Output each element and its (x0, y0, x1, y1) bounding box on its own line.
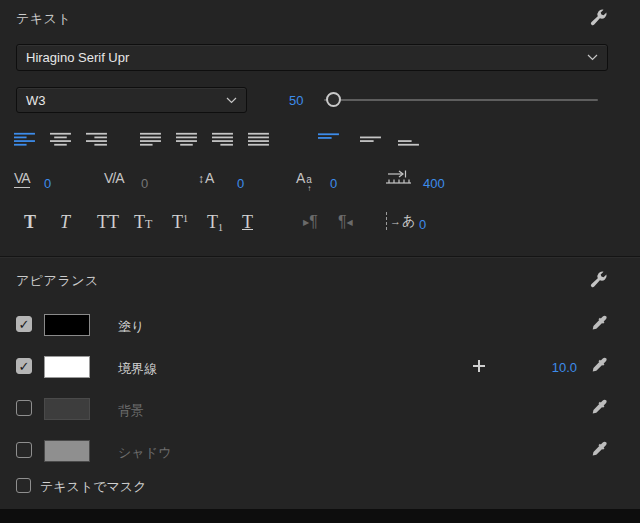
paragraph-rtl-icon: ¶◀ (338, 213, 353, 231)
fill-color-swatch[interactable] (44, 314, 90, 336)
leading-button[interactable]: ↕A (198, 170, 214, 186)
tracking-icon: V/A (104, 170, 124, 186)
justify-last-left-icon (140, 132, 162, 147)
fill-eyedropper-button[interactable] (591, 315, 608, 336)
section-divider (0, 256, 640, 258)
chevron-down-icon (587, 54, 598, 61)
character-spacing-button[interactable]: →あ (386, 212, 415, 230)
wrench-icon (588, 7, 608, 27)
font-style-select[interactable]: W3 (16, 87, 247, 113)
kerning-value[interactable]: 0 (44, 176, 51, 191)
justify-last-left-button[interactable] (140, 132, 162, 147)
tab-width-icon (386, 170, 412, 186)
fill-label: 塗り (118, 318, 144, 336)
character-spacing-value[interactable]: 0 (419, 217, 426, 232)
font-style-value: W3 (26, 93, 46, 108)
shadow-checkbox[interactable] (16, 442, 32, 458)
align-left-button[interactable] (14, 132, 36, 147)
justify-all-icon (248, 132, 270, 147)
vertical-align-center-icon (360, 132, 382, 147)
superscript-icon: T1 (172, 213, 188, 231)
panel-bottom-edge (0, 509, 640, 523)
eyedropper-icon (591, 357, 608, 374)
tracking-value[interactable]: 0 (141, 176, 148, 191)
all-caps-button[interactable]: TT (97, 213, 119, 231)
subscript-button[interactable]: T1 (207, 213, 223, 233)
background-checkbox[interactable] (16, 400, 32, 416)
vertical-align-center-button[interactable] (360, 132, 382, 147)
background-eyedropper-button[interactable] (591, 399, 608, 420)
shadow-color-swatch[interactable] (44, 440, 90, 462)
stroke-eyedropper-button[interactable] (591, 357, 608, 378)
background-color-swatch[interactable] (44, 398, 90, 420)
leading-value[interactable]: 0 (237, 176, 244, 191)
kerning-button[interactable]: VA (14, 170, 30, 188)
vertical-align-bottom-button[interactable] (398, 132, 420, 147)
stroke-width-value[interactable]: 10.0 (545, 360, 577, 375)
stroke-color-swatch[interactable] (44, 356, 90, 378)
align-right-icon (86, 132, 108, 147)
add-stroke-button[interactable] (471, 358, 487, 378)
eyedropper-icon (591, 315, 608, 332)
text-section-title: テキスト (16, 10, 71, 28)
all-caps-icon: TT (97, 213, 119, 231)
justify-last-center-icon (176, 132, 198, 147)
appearance-section-title: アピアランス (16, 272, 99, 290)
tracking-button[interactable]: V/A (104, 170, 124, 186)
stroke-checkbox[interactable] (16, 358, 32, 374)
baseline-shift-button[interactable]: Aa↑ (296, 170, 312, 193)
fill-checkbox[interactable] (16, 316, 32, 332)
shadow-eyedropper-button[interactable] (591, 441, 608, 462)
font-family-select[interactable]: Hiragino Serif Upr (16, 44, 608, 71)
faux-bold-button[interactable]: T (24, 213, 36, 231)
superscript-button[interactable]: T1 (172, 213, 188, 231)
align-left-icon (14, 132, 36, 147)
justify-last-right-button[interactable] (212, 132, 234, 147)
justify-last-right-icon (212, 132, 234, 147)
justify-all-button[interactable] (248, 132, 270, 147)
eyedropper-icon (591, 399, 608, 416)
font-family-value: Hiragino Serif Upr (26, 50, 129, 65)
character-spacing-icon: →あ (386, 212, 415, 230)
wrench-icon (588, 269, 608, 289)
stroke-label: 境界線 (118, 360, 157, 378)
faux-italic-icon: T (60, 213, 70, 231)
font-size-value[interactable]: 50 (289, 93, 303, 108)
plus-icon (471, 358, 487, 374)
font-size-slider-track[interactable] (324, 99, 598, 101)
tab-width-button[interactable] (386, 170, 412, 186)
text-properties-panel: テキスト Hiragino Serif Upr W3 50 (0, 0, 640, 523)
faux-italic-button[interactable]: T (60, 213, 70, 231)
align-center-icon (50, 132, 72, 147)
mask-with-text-label: テキストでマスク (40, 478, 146, 496)
subscript-icon: T1 (207, 213, 223, 233)
baseline-shift-icon: Aa↑ (296, 170, 312, 193)
font-size-slider-handle[interactable] (326, 92, 341, 107)
underline-button[interactable]: T (242, 213, 253, 231)
kerning-icon: VA (14, 170, 30, 188)
justify-last-center-button[interactable] (176, 132, 198, 147)
align-center-button[interactable] (50, 132, 72, 147)
eyedropper-icon (591, 441, 608, 458)
vertical-align-bottom-icon (398, 132, 420, 147)
chevron-down-icon (226, 97, 237, 104)
vertical-align-top-icon (318, 132, 340, 147)
small-caps-button[interactable]: TT (134, 213, 152, 231)
underline-icon: T (242, 213, 253, 231)
align-right-button[interactable] (86, 132, 108, 147)
faux-bold-icon: T (24, 213, 36, 231)
shadow-label: シャドウ (118, 444, 171, 462)
paragraph-ltr-icon: ▶¶ (303, 213, 318, 231)
paragraph-direction-rtl-button[interactable]: ¶◀ (338, 213, 353, 231)
mask-with-text-checkbox[interactable] (16, 478, 31, 493)
vertical-align-top-button[interactable] (318, 132, 340, 147)
tab-width-value[interactable]: 400 (423, 176, 445, 191)
background-label: 背景 (118, 402, 144, 420)
text-settings-wrench-button[interactable] (588, 7, 608, 31)
small-caps-icon: TT (134, 213, 152, 231)
baseline-shift-value[interactable]: 0 (330, 176, 337, 191)
paragraph-direction-ltr-button[interactable]: ▶¶ (303, 213, 318, 231)
leading-icon: ↕A (198, 170, 214, 186)
appearance-settings-wrench-button[interactable] (588, 269, 608, 293)
